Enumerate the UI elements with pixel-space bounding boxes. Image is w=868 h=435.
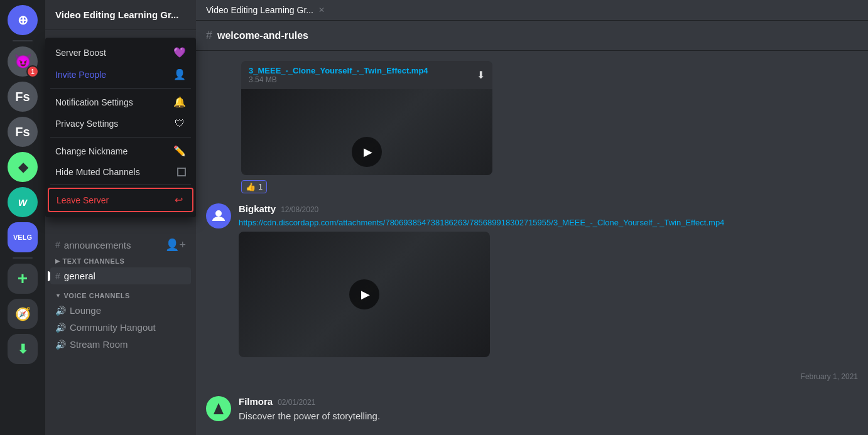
channel-header-hash-icon: # bbox=[206, 29, 212, 42]
server-list: ⊕ 😈 Fs Fs ◆ w VELG + 🧭 ⬇ bbox=[0, 0, 45, 435]
context-menu: Server Boost 💜 Invite People 👤 Notificat… bbox=[45, 38, 196, 217]
leave-icon: ↩ bbox=[172, 194, 185, 206]
avatar-bigkatty bbox=[206, 203, 231, 228]
general-hash-icon: # bbox=[55, 271, 60, 281]
voice-channels-label: VOICE CHANNELS bbox=[63, 292, 129, 299]
author-name-bigkatty: Bigkatty bbox=[239, 203, 276, 214]
tab-bar: Video Editing Learning Gr... ✕ bbox=[196, 0, 868, 21]
privacy-icon: 🛡 bbox=[173, 118, 186, 129]
server-divider bbox=[13, 40, 33, 41]
video-download-icon-1[interactable]: ⬇ bbox=[477, 69, 485, 81]
invite-icon: 👤 bbox=[173, 68, 186, 80]
message-content-filmora: Filmora 02/01/2021 Discover the power of… bbox=[239, 396, 858, 422]
text-channels-section: ▶ TEXT CHANNELS # general bbox=[50, 255, 191, 284]
channel-item-community-hangout[interactable]: 🔊 Community Hangout bbox=[50, 319, 191, 336]
menu-item-privacy-settings[interactable]: Privacy Settings 🛡 bbox=[48, 113, 193, 134]
text-channels-header[interactable]: ▶ TEXT CHANNELS bbox=[50, 255, 191, 267]
channel-general-label: general bbox=[64, 271, 95, 281]
video-play-button-2[interactable] bbox=[349, 279, 379, 309]
menu-item-hide-muted-label: Hide Muted Channels bbox=[55, 167, 140, 177]
menu-item-server-boost-label: Server Boost bbox=[55, 48, 106, 58]
server-icon-add[interactable]: + bbox=[8, 264, 38, 294]
server-icon-discord-home[interactable]: ⊕ bbox=[8, 5, 38, 35]
video-filename-1[interactable]: 3_MEEE_-_Clone_Yourself_-_Twin_Effect.mp… bbox=[249, 66, 428, 75]
notification-icon: 🔔 bbox=[173, 96, 186, 108]
main-content: Video Editing Learning Gr... ✕ # welcome… bbox=[196, 0, 868, 435]
message-row-filmora: Filmora 02/01/2021 Discover the power of… bbox=[206, 394, 858, 425]
menu-item-leave-server-label: Leave Server bbox=[57, 195, 109, 205]
tab-close-button[interactable]: ✕ bbox=[318, 6, 325, 14]
menu-item-server-boost[interactable]: Server Boost 💜 bbox=[48, 41, 193, 63]
message-author-bigkatty: Bigkatty 12/08/2020 bbox=[239, 203, 858, 214]
video-thumbnail-1[interactable] bbox=[241, 89, 492, 175]
chat-messages: 3_MEEE_-_Clone_Yourself_-_Twin_Effect.mp… bbox=[196, 51, 868, 435]
voice-channels-chevron: ▼ bbox=[55, 293, 61, 299]
channel-header: # welcome-and-rules bbox=[196, 21, 868, 51]
server-tab-title[interactable]: Video Editing Learning Gr... ✕ bbox=[196, 0, 335, 20]
video-thumbnail-2[interactable] bbox=[239, 232, 490, 357]
text-channels-label: TEXT CHANNELS bbox=[63, 257, 125, 265]
channel-item-announcements[interactable]: # announcements 👤+ bbox=[50, 235, 191, 255]
server-divider-2 bbox=[13, 257, 33, 259]
menu-item-notification-settings-label: Notification Settings bbox=[55, 97, 133, 107]
message-link-bigkatty[interactable]: https://cdn.discordapp.com/attachments/7… bbox=[239, 218, 724, 227]
channel-stream-room-label: Stream Room bbox=[70, 339, 128, 350]
avatar-filmora bbox=[206, 396, 231, 421]
message-author-filmora: Filmora 02/01/2021 bbox=[239, 396, 858, 407]
channel-lounge-label: Lounge bbox=[70, 305, 101, 316]
server-icon-emoji[interactable]: 😈 bbox=[8, 46, 38, 77]
channel-header-name: welcome-and-rules bbox=[217, 30, 308, 41]
message-row-bigkatty: Bigkatty 12/08/2020 https://cdn.discorda… bbox=[206, 201, 858, 360]
add-member-icon[interactable]: 👤+ bbox=[165, 238, 186, 252]
video-filesize-1: 3.54 MB bbox=[249, 75, 428, 84]
channel-list: # announcements 👤+ ▶ TEXT CHANNELS # gen… bbox=[45, 225, 196, 368]
server-icon-teal-w[interactable]: w bbox=[8, 187, 38, 217]
server-icon-explore[interactable]: 🧭 bbox=[8, 299, 38, 329]
menu-item-hide-muted[interactable]: Hide Muted Channels bbox=[48, 162, 193, 182]
reaction-count: 1 bbox=[258, 182, 263, 191]
channel-item-lounge[interactable]: 🔊 Lounge bbox=[50, 302, 191, 319]
video-attachment-1: 3_MEEE_-_Clone_Yourself_-_Twin_Effect.mp… bbox=[241, 61, 492, 175]
server-name-header[interactable]: Video Editing Learning Gr... bbox=[45, 0, 196, 30]
menu-divider-2 bbox=[50, 137, 191, 137]
reaction-row-1: 👍 1 bbox=[241, 180, 858, 193]
menu-item-invite-people[interactable]: Invite People 👤 bbox=[48, 63, 193, 85]
menu-item-change-nickname[interactable]: Change Nickname ✏️ bbox=[48, 140, 193, 162]
voice-channels-header[interactable]: ▼ VOICE CHANNELS bbox=[50, 289, 191, 302]
tab-server-name: Video Editing Learning Gr... bbox=[206, 5, 313, 15]
boost-icon: 💜 bbox=[173, 46, 186, 58]
checkbox-icon bbox=[177, 168, 186, 176]
text-channels-chevron: ▶ bbox=[55, 258, 60, 264]
channel-community-hangout-label: Community Hangout bbox=[70, 322, 156, 333]
video-attachment-2 bbox=[239, 232, 490, 357]
server-icon-velg[interactable]: VELG bbox=[8, 222, 38, 252]
server-icon-green[interactable]: ◆ bbox=[8, 152, 38, 182]
message-text-filmora: Discover the power of storytelling. bbox=[239, 409, 858, 422]
channel-sidebar: Video Editing Learning Gr... Server Boos… bbox=[45, 0, 196, 435]
server-name-text: Video Editing Learning Gr... bbox=[55, 9, 178, 20]
menu-item-leave-server[interactable]: Leave Server ↩ bbox=[48, 188, 193, 212]
server-icon-fs1[interactable]: Fs bbox=[8, 82, 38, 112]
svg-marker-1 bbox=[214, 403, 224, 414]
thumbsup-reaction[interactable]: 👍 1 bbox=[241, 180, 267, 193]
date-divider: February 1, 2021 bbox=[206, 372, 858, 381]
video-play-button-1[interactable] bbox=[352, 137, 382, 167]
channel-item-general[interactable]: # general bbox=[50, 267, 191, 284]
author-name-filmora: Filmora bbox=[239, 396, 273, 407]
menu-item-change-nickname-label: Change Nickname bbox=[55, 146, 127, 156]
menu-item-privacy-settings-label: Privacy Settings bbox=[55, 119, 118, 129]
menu-item-notification-settings[interactable]: Notification Settings 🔔 bbox=[48, 91, 193, 113]
svg-point-0 bbox=[215, 210, 222, 217]
menu-item-invite-people-label: Invite People bbox=[55, 70, 106, 80]
voice-channels-section: ▼ VOICE CHANNELS 🔊 Lounge 🔊 Community Ha… bbox=[50, 289, 191, 353]
announcements-label: announcements bbox=[64, 240, 131, 250]
timestamp-bigkatty: 12/08/2020 bbox=[281, 205, 318, 214]
server-icon-fs2[interactable]: Fs bbox=[8, 117, 38, 147]
video-header-1: 3_MEEE_-_Clone_Yourself_-_Twin_Effect.mp… bbox=[241, 61, 492, 89]
reaction-emoji: 👍 bbox=[246, 182, 256, 191]
video-file-info-1: 3_MEEE_-_Clone_Yourself_-_Twin_Effect.mp… bbox=[249, 66, 428, 84]
channel-item-stream-room[interactable]: 🔊 Stream Room bbox=[50, 336, 191, 353]
stream-speaker-icon: 🔊 bbox=[55, 340, 66, 350]
edit-icon: ✏️ bbox=[173, 145, 186, 157]
server-icon-download[interactable]: ⬇ bbox=[8, 334, 38, 364]
